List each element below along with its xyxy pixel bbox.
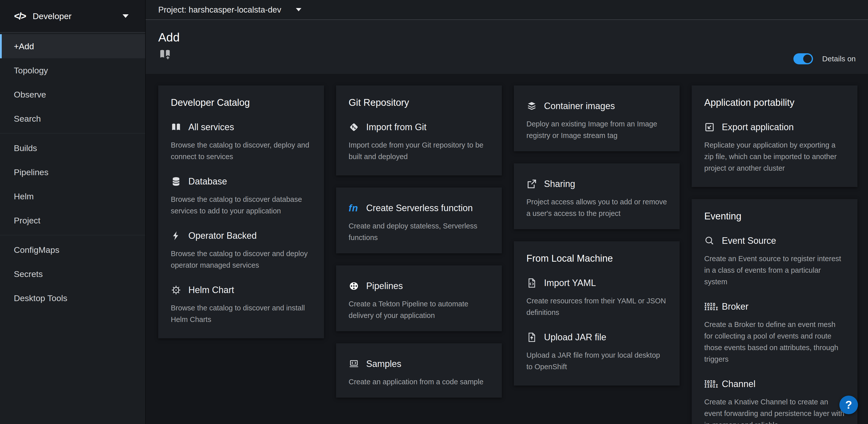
card-title: Developer Catalog xyxy=(171,96,311,109)
add-item-description: Browse the catalog to discover, deploy a… xyxy=(171,139,311,162)
add-item-link-import-from-git[interactable]: Import from Git xyxy=(349,122,489,133)
add-item-create-serverless-function: fnCreate Serverless functionCreate and d… xyxy=(349,203,489,243)
add-item-helm-chart: Helm ChartBrowse the catalog to discover… xyxy=(171,284,311,325)
sidebar-nav: +AddTopologyObserveSearchBuildsPipelines… xyxy=(0,33,145,310)
project-selector-label: Project: harshcasper-localsta-dev xyxy=(158,5,281,15)
question-mark-icon: ? xyxy=(845,399,852,411)
add-item-database: DatabaseBrowse the catalog to discover d… xyxy=(171,176,311,217)
export-icon xyxy=(704,122,717,133)
sidebar-item-label: Pipelines xyxy=(14,167,49,177)
sidebar-item-pipelines[interactable]: Pipelines xyxy=(0,160,145,184)
share-icon xyxy=(526,178,539,190)
project-selector[interactable]: Project: harshcasper-localsta-dev xyxy=(158,5,301,15)
file-upload-icon xyxy=(526,332,539,343)
add-item-link-pipelines[interactable]: Pipelines xyxy=(349,281,489,291)
sidebar-item-helm[interactable]: Helm xyxy=(0,184,145,208)
chevron-down-icon xyxy=(296,8,301,11)
add-item-link-upload-jar-file[interactable]: Upload JAR file xyxy=(526,332,667,343)
bolt-icon xyxy=(171,230,184,241)
add-item-description: Replicate your application by exporting … xyxy=(704,139,845,174)
console-window: </> Developer +AddTopologyObserveSearchB… xyxy=(0,0,868,424)
add-item-link-channel[interactable]: IOIOIIOIIChannel xyxy=(704,378,845,390)
add-item-label: Import YAML xyxy=(544,278,596,288)
add-item-samples: SamplesCreate an application from a code… xyxy=(349,359,489,388)
card-items: Export applicationReplicate your applica… xyxy=(704,122,845,174)
toggle-knob xyxy=(803,55,812,63)
card-items: SamplesCreate an application from a code… xyxy=(349,359,489,388)
add-item-link-helm-chart[interactable]: Helm Chart xyxy=(171,284,311,295)
git-icon xyxy=(349,122,362,133)
layers-icon xyxy=(526,101,539,112)
sidebar-item-secrets[interactable]: Secrets xyxy=(0,262,145,286)
database-icon xyxy=(171,176,184,187)
sidebar-item-project[interactable]: Project xyxy=(0,208,145,232)
page-title: Add xyxy=(158,20,856,45)
add-item-link-all-services[interactable]: All services xyxy=(171,122,311,133)
add-item-link-samples[interactable]: Samples xyxy=(349,359,489,369)
event-source-icon xyxy=(704,235,717,246)
card-items: fnCreate Serverless functionCreate and d… xyxy=(349,203,489,243)
card-items: SharingProject access allows you to add … xyxy=(526,178,667,219)
card-git-repository: Git RepositoryImport from GitImport code… xyxy=(336,85,502,175)
card-items: Import from GitImport code from your Git… xyxy=(349,122,489,162)
sidebar-item-builds[interactable]: Builds xyxy=(0,136,145,160)
card-pipelines: PipelinesCreate a Tekton Pipeline to aut… xyxy=(336,265,502,331)
sidebar-item-label: Helm xyxy=(14,192,34,201)
file-code-icon xyxy=(526,278,539,288)
add-item-description: Create and deploy stateless, Serverless … xyxy=(349,220,489,243)
add-item-import-from-git: Import from GitImport code from your Git… xyxy=(349,122,489,162)
sidebar-item-desktop-tools[interactable]: Desktop Tools xyxy=(0,286,145,310)
sidebar-item-topology[interactable]: Topology xyxy=(0,58,145,82)
add-item-link-sharing[interactable]: Sharing xyxy=(526,178,667,190)
sidebar-item-label: Topology xyxy=(14,65,48,76)
add-item-link-broker[interactable]: IOIOIIOIIBroker xyxy=(704,301,845,312)
add-item-description: Deploy an existing Image from an Image r… xyxy=(526,118,667,141)
add-item-description: Create an application from a code sample xyxy=(349,376,489,388)
card-items: Event SourceCreate an Event source to re… xyxy=(704,235,845,424)
add-item-description: Create an Event source to register inter… xyxy=(704,253,845,287)
card-developer-catalog: Developer CatalogAll servicesBrowse the … xyxy=(158,85,324,338)
card-application-portability: Application portabilityExport applicatio… xyxy=(692,85,858,187)
sidebar-item-observe[interactable]: Observe xyxy=(0,82,145,107)
add-item-link-export-application[interactable]: Export application xyxy=(704,122,845,133)
add-item-import-yaml: Import YAMLCreate resources from their Y… xyxy=(526,278,667,318)
add-item-broker: IOIOIIOIIBrokerCreate a Broker to define… xyxy=(704,301,845,365)
sidebar-item-label: Desktop Tools xyxy=(14,293,67,303)
add-item-label: Container images xyxy=(544,101,615,111)
card-title: Git Repository xyxy=(349,96,489,109)
sidebar-item-configmaps[interactable]: ConfigMaps xyxy=(0,238,145,262)
add-item-description: Create resources from their YAML or JSON… xyxy=(526,295,667,318)
add-item-label: Helm Chart xyxy=(188,285,234,295)
sidebar-item-add[interactable]: +Add xyxy=(0,34,145,58)
add-item-description: Browse the catalog to discover and deplo… xyxy=(171,248,311,271)
card-items: All servicesBrowse the catalog to discov… xyxy=(171,122,311,325)
perspective-switcher[interactable]: </> Developer xyxy=(0,0,145,33)
add-item-link-container-images[interactable]: Container images xyxy=(526,101,667,112)
add-item-label: Broker xyxy=(722,301,748,312)
main-area: Project: harshcasper-localsta-dev Add De… xyxy=(146,0,868,424)
add-item-link-import-yaml[interactable]: Import YAML xyxy=(526,278,667,288)
card-column-1: Developer CatalogAll servicesBrowse the … xyxy=(158,85,324,338)
add-item-export-application: Export applicationReplicate your applica… xyxy=(704,122,845,174)
book-plus-icon[interactable] xyxy=(158,48,172,62)
details-toggle-group: Details on xyxy=(794,53,856,64)
card-title: Eventing xyxy=(704,210,845,222)
add-item-label: Export application xyxy=(722,122,794,133)
broker-icon: IOIOIIOII xyxy=(704,301,717,312)
add-item-label: Database xyxy=(188,176,227,187)
details-toggle[interactable] xyxy=(794,53,813,64)
add-item-link-create-serverless-function[interactable]: fnCreate Serverless function xyxy=(349,203,489,214)
add-item-label: Upload JAR file xyxy=(544,332,606,343)
sidebar-section-divider xyxy=(0,133,145,134)
add-item-description: Create a Knative Channel to create an ev… xyxy=(704,396,845,424)
add-item-description: Browse the catalog to discover and insta… xyxy=(171,302,311,325)
details-toggle-label: Details on xyxy=(822,55,856,63)
add-item-link-database[interactable]: Database xyxy=(171,176,311,187)
help-button[interactable]: ? xyxy=(839,396,858,414)
add-item-link-event-source[interactable]: Event Source xyxy=(704,235,845,246)
add-item-link-operator-backed[interactable]: Operator Backed xyxy=(171,230,311,241)
add-page-content: Developer CatalogAll servicesBrowse the … xyxy=(146,74,868,424)
sidebar-item-search[interactable]: Search xyxy=(0,107,145,131)
add-item-label: Sharing xyxy=(544,179,575,189)
card-eventing: EventingEvent SourceCreate an Event sour… xyxy=(692,199,858,424)
